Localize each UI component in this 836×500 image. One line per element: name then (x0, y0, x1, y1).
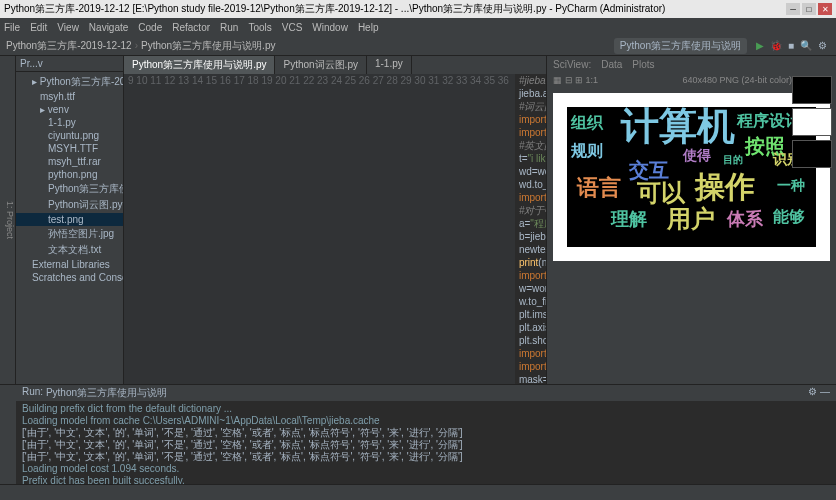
wordcloud-word: 理解 (611, 207, 647, 231)
tree-item[interactable]: 孙悟空图片.jpg (16, 226, 123, 242)
console-settings-icon[interactable]: ⚙ (808, 386, 817, 400)
wordcloud-word: 使得 (683, 147, 711, 165)
zoom-out-icon[interactable]: ⊟ (565, 75, 573, 85)
tree-item[interactable]: ▸ venv (16, 103, 123, 116)
run-icon[interactable]: ▶ (756, 40, 764, 51)
stop-icon[interactable]: ■ (788, 40, 794, 51)
editor-tab[interactable]: Python第三方库使用与说明.py (124, 56, 275, 74)
console-tab[interactable]: Python第三方库使用与说明 (46, 386, 167, 400)
wordcloud-word: 计算机 (621, 101, 735, 152)
code-editor[interactable]: #jieba.add_word()函数主要用来增加jieba库中的内容新的单词 … (515, 74, 546, 384)
debug-icon[interactable]: 🐞 (770, 40, 782, 51)
tree-item[interactable]: test.png (16, 213, 123, 226)
sciview-panel: SciView:DataPlots ▦ ⊟ ⊞ 1:1 640x480 PNG … (546, 56, 836, 384)
wordcloud-word: 能够 (773, 207, 805, 228)
tree-item[interactable]: Python词云图.py (16, 197, 123, 213)
tree-item[interactable]: msyh.ttf (16, 90, 123, 103)
editor-area: Python第三方库使用与说明.pyPython词云图.py1-1.py 9 1… (124, 56, 546, 384)
menu-edit[interactable]: Edit (30, 22, 47, 33)
run-console: Run: Python第三方库使用与说明 ⚙ — Building prefix… (0, 384, 836, 484)
menu-file[interactable]: File (4, 22, 20, 33)
menu-run[interactable]: Run (220, 22, 238, 33)
status-bar (0, 484, 836, 500)
sciview-tab[interactable]: Data (601, 59, 622, 70)
zoom-label: 1:1 (586, 75, 599, 85)
sciview-tab[interactable]: Plots (632, 59, 654, 70)
run-label: Run: (22, 386, 43, 400)
window-title: Python第三方库-2019-12-12 [E:\Python study f… (4, 2, 665, 16)
window-titlebar: Python第三方库-2019-12-12 [E:\Python study f… (0, 0, 836, 18)
editor-tabs: Python第三方库使用与说明.pyPython词云图.py1-1.py (124, 56, 546, 74)
wordcloud-word: 目的 (723, 153, 743, 167)
tree-item[interactable]: MSYH.TTF (16, 142, 123, 155)
thumbnail[interactable] (792, 140, 832, 168)
zoom-in-icon[interactable]: ⊞ (575, 75, 583, 85)
run-config-selector[interactable]: Python第三方库使用与说明 (614, 38, 747, 54)
wordcloud-word: 用户 (667, 203, 715, 235)
editor-tab[interactable]: 1-1.py (367, 56, 412, 74)
close-button[interactable]: ✕ (818, 3, 832, 15)
menu-window[interactable]: Window (312, 22, 348, 33)
wordcloud-word: 语言 (577, 173, 621, 203)
grid-icon[interactable]: ▦ (553, 75, 562, 85)
tree-item[interactable]: Python第三方库使用 (16, 181, 123, 197)
settings-icon[interactable]: ⚙ (818, 40, 827, 51)
menu-view[interactable]: View (57, 22, 79, 33)
left-tool-stripe[interactable]: 1: Project (0, 56, 16, 384)
tree-item[interactable]: Scratches and Console (16, 271, 123, 284)
line-gutter: 9 10 11 12 13 14 15 16 17 18 19 20 21 22… (124, 74, 515, 384)
tree-item[interactable]: msyh_ttf.rar (16, 155, 123, 168)
tree-item[interactable]: python.png (16, 168, 123, 181)
tree-item[interactable]: ciyuntu.png (16, 129, 123, 142)
wordcloud-word: 一种 (777, 177, 805, 195)
plot-canvas: 组织计算机程序设计规则使得按照目的识别交互语言可以操作一种理解用户体系能够 (553, 93, 830, 261)
project-panel: Pr...v ▸ Python第三方库-2019- msyh.ttf▸ venv… (16, 56, 124, 384)
maximize-button[interactable]: □ (802, 3, 816, 15)
menu-code[interactable]: Code (138, 22, 162, 33)
menu-refactor[interactable]: Refactor (172, 22, 210, 33)
toolbar: Python第三方库-2019-12-12 › Python第三方库使用与说明.… (0, 36, 836, 56)
sciview-tab[interactable]: SciView: (553, 59, 591, 70)
minimize-button[interactable]: ─ (786, 3, 800, 15)
tree-item[interactable]: External Libraries (16, 258, 123, 271)
console-hide-icon[interactable]: — (820, 386, 830, 400)
menu-help[interactable]: Help (358, 22, 379, 33)
menu-navigate[interactable]: Navigate (89, 22, 128, 33)
plot-thumbnails (792, 76, 834, 172)
breadcrumb-root[interactable]: Python第三方库-2019-12-12 (6, 39, 132, 53)
console-side-gutter (0, 385, 16, 484)
editor-tab[interactable]: Python词云图.py (275, 56, 366, 74)
thumbnail[interactable] (792, 76, 832, 104)
project-tree: ▸ Python第三方库-2019- msyh.ttf▸ venv1-1.pyc… (16, 72, 123, 286)
menu-bar: FileEditViewNavigateCodeRefactorRunTools… (0, 18, 836, 36)
project-header: Pr...v (16, 56, 123, 72)
thumbnail[interactable] (792, 108, 832, 136)
wordcloud-word: 操作 (695, 167, 755, 208)
tree-item[interactable]: 文本文档.txt (16, 242, 123, 258)
breadcrumb-file[interactable]: Python第三方库使用与说明.py (141, 39, 275, 53)
wordcloud-image: 组织计算机程序设计规则使得按照目的识别交互语言可以操作一种理解用户体系能够 (567, 107, 816, 247)
tree-item[interactable]: 1-1.py (16, 116, 123, 129)
console-output[interactable]: Building prefix dict from the default di… (16, 401, 836, 484)
project-root[interactable]: ▸ Python第三方库-2019- (16, 74, 123, 90)
wordcloud-word: 组织 (571, 113, 603, 134)
wordcloud-word: 体系 (727, 207, 763, 231)
search-icon[interactable]: 🔍 (800, 40, 812, 51)
wordcloud-word: 规则 (571, 141, 603, 162)
menu-vcs[interactable]: VCS (282, 22, 303, 33)
menu-tools[interactable]: Tools (248, 22, 271, 33)
